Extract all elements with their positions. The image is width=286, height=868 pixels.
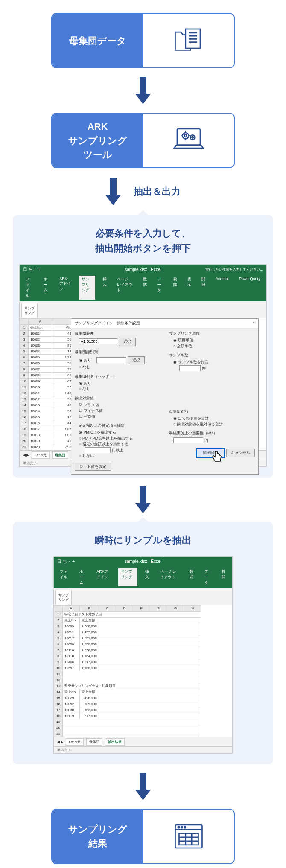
sampling-ribbon-button[interactable]: サンプ リング: [21, 303, 38, 318]
ribbon-tab[interactable]: データ: [202, 568, 214, 586]
ribbon-tab[interactable]: データ: [155, 276, 165, 300]
range-input[interactable]: [79, 338, 117, 344]
sheet-tab[interactable]: Excel元: [32, 451, 50, 459]
sheet-tab[interactable]: 母集団: [86, 738, 102, 746]
flow-step-1: 母集団データ: [51, 13, 235, 68]
total-label: 母集団総額: [169, 409, 255, 414]
ribbon-tab[interactable]: 校閲: [171, 276, 180, 300]
ribbon-tab[interactable]: 校閲: [219, 568, 229, 586]
step2-title: ARK サンプリング ツール: [52, 114, 143, 167]
laptop-gears-icon: [169, 121, 208, 160]
ribbon-tab[interactable]: 数式: [187, 568, 197, 586]
unit-item[interactable]: 項目単位: [178, 338, 193, 342]
excel-screenshot-1: 日 ち・ ÷ sample.xlsx - Excel 実行したい作業を入力してく…: [19, 264, 267, 467]
arrow-2: 抽出＆出力: [13, 177, 273, 207]
svg-point-17: [181, 826, 183, 828]
svg-point-7: [184, 135, 187, 137]
sampling-ribbon-button-2[interactable]: サンプ リング: [55, 590, 72, 605]
ribbon-tab[interactable]: ARKアドイン: [57, 276, 73, 300]
ribbon-tab[interactable]: ファイル: [57, 568, 72, 586]
unit-amount[interactable]: 金額単位: [177, 344, 192, 348]
range-label: 母集団範囲: [75, 331, 161, 336]
chk-plus[interactable]: プラス値: [84, 403, 99, 407]
idcol-label: 母集団識別列: [75, 350, 161, 355]
svg-point-6: [182, 133, 188, 139]
ribbon-tab[interactable]: PowerQuery: [236, 276, 263, 300]
idcol-input[interactable]: [96, 357, 126, 363]
header-label: 母集団列名（ヘッダー）: [75, 374, 161, 379]
svg-point-8: [190, 135, 195, 140]
th-opt4[interactable]: しない: [82, 454, 94, 458]
worksheet-2: ABCDEFGH1特定項目テスト対象項目2売上No.売上金額3100051,28…: [54, 605, 201, 737]
header-yes[interactable]: あり: [84, 381, 91, 385]
ribbon-tab[interactable]: ファイル: [23, 276, 36, 300]
folder-document-icon: [169, 21, 208, 60]
panel2-title: 瞬時にサンプルを抽出: [19, 533, 267, 548]
excel-titlebar-2: 日 ち・ ÷ sample.xlsx - Excel: [54, 557, 232, 566]
pm-input[interactable]: [173, 437, 203, 443]
select-button[interactable]: 選択: [119, 338, 136, 346]
ribbon-tab[interactable]: サンプリング: [118, 568, 137, 586]
sheet-value-button[interactable]: シート値を設定: [75, 463, 111, 471]
ribbon-tab[interactable]: ARKアドイン: [94, 568, 113, 586]
ribbon-tab[interactable]: ホーム: [77, 568, 89, 586]
flow-step-2: ARK サンプリング ツール: [51, 113, 235, 168]
sheet-tabs-2: ◀ ▶Excel元母集団抽出結果: [54, 737, 232, 746]
th-opt2[interactable]: PM × PM倍率以上を抽出する: [82, 436, 133, 440]
cancel-button[interactable]: キャンセル: [226, 449, 255, 457]
idcol-yes[interactable]: あり: [84, 358, 91, 362]
sample-count-input[interactable]: [179, 365, 201, 371]
ribbon-tab[interactable]: ページ レイアウト: [114, 276, 135, 300]
target-label: 抽出対象値: [75, 396, 161, 401]
search-hint: 実行したい作業を入力してください...: [205, 267, 263, 272]
excel-titlebar: 日 ち・ ÷ sample.xlsx - Excel 実行したい作業を入力してく…: [20, 265, 266, 274]
header-no[interactable]: なし: [82, 387, 90, 391]
total-all[interactable]: 全ての項目を合計: [178, 416, 209, 420]
unit-label: サンプリング単位: [169, 331, 255, 336]
threshold-label: 一定金額以上の特定項目抽出: [75, 423, 161, 428]
excel-filename-2: sample.xlsx - Excel: [125, 559, 161, 564]
sheet-tab[interactable]: 抽出結果: [105, 738, 125, 746]
status-bar-2: 準備完了: [54, 746, 232, 753]
count-specify[interactable]: サンプル数を指定: [178, 360, 209, 364]
sheet-tab[interactable]: 母集団: [52, 451, 68, 459]
detail-panel-result: 瞬時にサンプルを抽出 日 ち・ ÷ sample.xlsx - Excel ファ…: [13, 522, 273, 764]
th-opt3[interactable]: 指定の金額以上を抽出する: [82, 442, 128, 446]
threshold-amount-input[interactable]: [85, 447, 111, 453]
panel1-title: 必要条件を入力して、 抽出開始ボタンを押下: [19, 226, 267, 256]
detail-panel-input: 必要条件を入力して、 抽出開始ボタンを押下 日 ち・ ÷ sample.xlsx…: [13, 215, 273, 478]
idcol-select-button[interactable]: 選択: [128, 356, 145, 365]
sheet-tab[interactable]: Excel元: [66, 738, 84, 746]
close-icon[interactable]: ×: [253, 320, 255, 326]
arrow-1: [13, 77, 273, 104]
flow-step-3: サンプリング 結果: [51, 809, 235, 864]
excel-toolbar-2: サンプ リング: [54, 588, 232, 605]
extract-output-label: 抽出＆出力: [134, 185, 181, 198]
ribbon-tab[interactable]: ホーム: [41, 276, 52, 300]
idcol-no[interactable]: なし: [82, 365, 90, 369]
excel-screenshot-2: 日 ち・ ÷ sample.xlsx - Excel ファイルホームARKアドイ…: [53, 556, 233, 754]
chk-minus[interactable]: マイナス値: [84, 408, 103, 413]
chk-zero[interactable]: ゼロ値: [84, 414, 95, 419]
ribbon-tab[interactable]: ページ レイアウト: [158, 568, 182, 586]
excel-ribbon: ファイルホームARKアドインサンプリング挿入ページ レイアウト数式データ校閲表示…: [20, 274, 266, 301]
materiality-label: 手続実施上の重要性（PM）: [169, 431, 255, 436]
ribbon-tab[interactable]: 開発: [199, 276, 208, 300]
ribbon-tab[interactable]: 挿入: [143, 568, 152, 586]
step3-title: サンプリング 結果: [52, 810, 143, 863]
cursor-hand-icon: [211, 450, 223, 466]
svg-point-16: [178, 826, 179, 828]
count-label: サンプル数: [169, 352, 255, 358]
total-abs[interactable]: 抽出対象値を絶対値で合計: [177, 422, 223, 426]
ribbon-tab[interactable]: Acrobat: [213, 276, 231, 300]
ribbon-tab[interactable]: 数式: [140, 276, 149, 300]
ribbon-tab[interactable]: サンプリング: [79, 276, 96, 300]
ribbon-tab[interactable]: 表示: [185, 276, 194, 300]
arrow-4: [13, 773, 273, 800]
svg-point-9: [192, 137, 193, 138]
arrow-3: [13, 486, 273, 513]
excel-ribbon-2: ファイルホームARKアドインサンプリング挿入ページ レイアウト数式データ校閲: [54, 566, 232, 588]
ribbon-tab[interactable]: 挿入: [100, 276, 109, 300]
th-opt1[interactable]: PM以上を抽出する: [84, 430, 117, 434]
svg-point-18: [184, 826, 186, 828]
